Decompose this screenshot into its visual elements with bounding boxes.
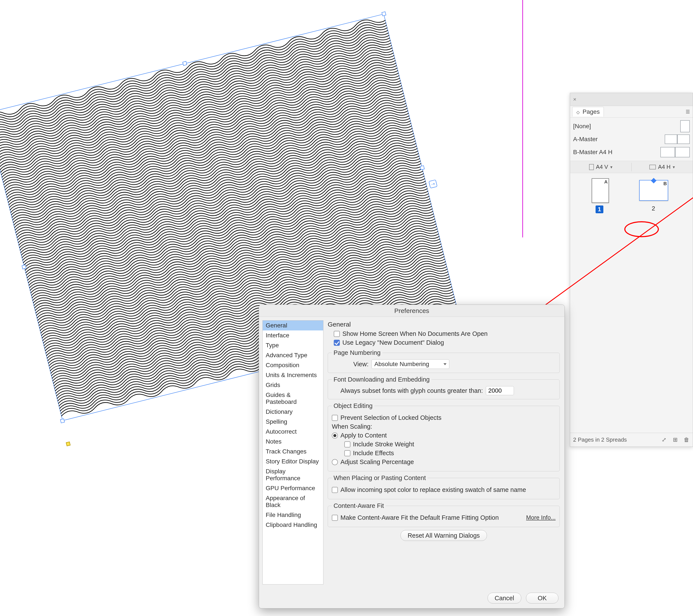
ok-button[interactable]: OK: [526, 593, 558, 603]
col-label: A4 V: [596, 164, 608, 170]
prefs-category-item[interactable]: Clipboard Handling: [263, 520, 323, 530]
dialog-title[interactable]: Preferences: [259, 305, 565, 317]
prefs-category-item[interactable]: Autocorrect: [263, 427, 323, 437]
master-label: [None]: [573, 123, 591, 130]
pages-panel: × ◇ Pages ≣ [None] A-Master B-Master A4 …: [570, 93, 693, 447]
master-letter: B: [664, 181, 667, 186]
chevron-down-icon: [443, 363, 447, 365]
master-letter: A: [604, 179, 608, 185]
dialog-footer: Cancel OK: [259, 588, 565, 608]
checkbox-icon[interactable]: [344, 442, 350, 448]
active-page-flag-icon: [651, 178, 656, 183]
group-placing-content: When Placing or Pasting Content Allow in…: [328, 474, 560, 499]
opt-adjust-scaling[interactable]: Adjust Scaling Percentage: [332, 458, 556, 466]
prefs-category-item[interactable]: Guides & Pasteboard: [263, 390, 323, 407]
master-label: A-Master: [573, 136, 598, 143]
opt-prevent-selection[interactable]: Prevent Selection of Locked Objects: [332, 414, 556, 421]
masters-section: [None] A-Master B-Master A4 H: [570, 118, 693, 161]
page-number-1: 1: [596, 205, 603, 213]
master-row-none[interactable]: [None]: [573, 120, 690, 133]
group-font-download: Font Downloading and Embedding Always su…: [328, 376, 560, 399]
option-label: Include Stroke Weight: [353, 441, 414, 448]
font-subset-label: Always subset fonts with glyph counts gr…: [340, 387, 483, 394]
checkbox-icon[interactable]: [334, 340, 340, 346]
tab-label: Pages: [582, 108, 600, 115]
prefs-category-item[interactable]: Type: [263, 341, 323, 350]
radio-icon[interactable]: [332, 459, 338, 465]
checkbox-icon[interactable]: [332, 515, 338, 521]
opt-apply-content[interactable]: Apply to Content: [332, 432, 556, 439]
cancel-button[interactable]: Cancel: [488, 593, 521, 603]
tab-pages[interactable]: ◇ Pages: [572, 107, 604, 117]
prefs-category-item[interactable]: Composition: [263, 360, 323, 370]
delete-page-icon[interactable]: 🗑: [683, 436, 690, 443]
view-dropdown[interactable]: Absolute Numbering: [372, 360, 449, 369]
section-heading: General: [328, 321, 560, 328]
opt-show-home[interactable]: Show Home Screen When No Documents Are O…: [334, 330, 560, 337]
edit-page-size-icon[interactable]: ⤢: [661, 436, 667, 443]
prefs-category-item[interactable]: Dictionary: [263, 407, 323, 417]
group-legend: Page Numbering: [332, 349, 382, 356]
prefs-category-item[interactable]: Story Editor Display: [263, 456, 323, 467]
group-content-aware-fit: Content-Aware Fit Make Content-Aware Fit…: [328, 502, 560, 527]
opt-legacy-dialog[interactable]: Use Legacy "New Document" Dialog: [334, 339, 560, 346]
prefs-category-list[interactable]: GeneralInterfaceTypeAdvanced TypeComposi…: [262, 320, 323, 584]
prefs-category-item[interactable]: Spelling: [263, 417, 323, 427]
handle-rotate-origin[interactable]: [66, 442, 71, 446]
prefs-category-item[interactable]: Advanced Type: [263, 350, 323, 360]
checkbox-icon[interactable]: [332, 415, 338, 421]
opt-include-stroke[interactable]: Include Stroke Weight: [344, 441, 556, 448]
group-object-editing: Object Editing Prevent Selection of Lock…: [328, 402, 560, 471]
option-label: Show Home Screen When No Documents Are O…: [342, 330, 488, 337]
page-thumb-1[interactable]: A: [592, 178, 609, 203]
prefs-category-item[interactable]: Notes: [263, 437, 323, 447]
page-number-2: 2: [652, 205, 655, 212]
prefs-category-item[interactable]: Display Performance: [263, 467, 323, 483]
pages-thumbnails-area[interactable]: A 1 B 2: [570, 173, 693, 435]
prefs-content: General Show Home Screen When No Documen…: [327, 317, 565, 588]
group-page-numbering: Page Numbering View: Absolute Numbering: [328, 349, 560, 373]
option-label: Adjust Scaling Percentage: [340, 458, 414, 466]
opt-include-effects[interactable]: Include Effects: [344, 450, 556, 457]
font-subset-input[interactable]: [486, 386, 514, 395]
reset-warnings-button[interactable]: Reset All Warning Dialogs: [400, 530, 487, 541]
prefs-category-item[interactable]: General: [263, 321, 323, 330]
panel-titlebar[interactable]: ×: [570, 93, 693, 106]
col-a4h[interactable]: A4 H ▾: [632, 164, 693, 170]
option-label: Allow incoming spot color to replace exi…: [340, 486, 526, 493]
new-page-icon[interactable]: ⊞: [672, 436, 678, 443]
option-label: Use Legacy "New Document" Dialog: [342, 339, 444, 346]
close-icon[interactable]: ×: [573, 96, 576, 103]
dropdown-value: Absolute Numbering: [374, 361, 429, 368]
checkbox-icon[interactable]: [334, 331, 340, 337]
page-thumb-2[interactable]: B: [639, 180, 668, 201]
prefs-category-item[interactable]: Grids: [263, 380, 323, 390]
radio-icon[interactable]: [332, 433, 338, 438]
prefs-category-item[interactable]: Track Changes: [263, 447, 323, 456]
master-thumb-icon: [660, 147, 690, 157]
master-row-b[interactable]: B-Master A4 H: [573, 146, 690, 159]
chevron-down-icon: ▾: [673, 164, 675, 170]
checkbox-icon[interactable]: [344, 450, 350, 456]
text-thread-out-port-icon[interactable]: ⇢: [429, 180, 437, 188]
panel-menu-icon[interactable]: ≣: [686, 108, 691, 115]
handle-mr[interactable]: [420, 165, 425, 170]
prefs-category-item[interactable]: Interface: [263, 330, 323, 341]
master-thumb-icon: [665, 135, 690, 144]
group-legend: Object Editing: [332, 402, 374, 409]
col-label: A4 H: [658, 164, 671, 170]
prefs-category-item[interactable]: Units & Increments: [263, 370, 323, 380]
master-row-a[interactable]: A-Master: [573, 133, 690, 146]
more-info-link[interactable]: More Info...: [526, 514, 556, 521]
prefs-category-item[interactable]: GPU Performance: [263, 483, 323, 493]
opt-allow-spot[interactable]: Allow incoming spot color to replace exi…: [332, 486, 556, 493]
handle-tr[interactable]: [381, 12, 386, 16]
prefs-category-item[interactable]: Appearance of Black: [263, 493, 323, 510]
master-thumb-icon: [680, 120, 690, 132]
prefs-category-sidebar: GeneralInterfaceTypeAdvanced TypeComposi…: [259, 317, 327, 588]
checkbox-icon[interactable]: [332, 487, 338, 493]
col-a4v[interactable]: A4 V ▾: [570, 164, 631, 170]
prefs-category-item[interactable]: File Handling: [263, 510, 323, 520]
pages-footer: 2 Pages in 2 Spreads ⤢ ⊞ 🗑: [570, 433, 693, 447]
orientation-h-icon: [649, 165, 656, 169]
